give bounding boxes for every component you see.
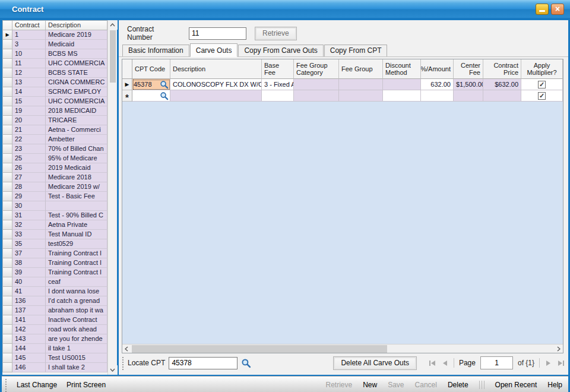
cpt-code-cell[interactable] — [132, 90, 170, 102]
new-action[interactable]: New — [363, 381, 377, 389]
contract-list-row[interactable]: 33 Test Manual ID — [2, 230, 107, 239]
contract-list-row[interactable]: 14 SCRMC EMPLOY — [2, 87, 107, 97]
cancel-action[interactable]: Cancel — [415, 381, 437, 389]
contract-number-input[interactable] — [189, 27, 246, 40]
col-header-description[interactable]: Description — [170, 59, 262, 79]
contract-list-row[interactable]: ▶ 1 Medicare 2019 — [2, 30, 107, 40]
contract-list-row[interactable]: 146 I shall take 2 — [2, 363, 107, 372]
previous-page-icon[interactable] — [441, 359, 449, 367]
contract-list-row[interactable]: 21 Aetna - Commerci — [2, 125, 107, 135]
contract-list-row[interactable]: 141 Inactive Contract — [2, 315, 107, 325]
col-header-pct-amount[interactable]: %/Amount — [421, 59, 454, 79]
col-header-center-fee[interactable]: Center Fee — [454, 59, 483, 79]
contract-list-row[interactable]: 11 UHC COMMERCIA — [2, 59, 107, 68]
pct-amount-cell[interactable] — [421, 90, 454, 102]
contract-list-row[interactable]: 15 UHC COMMERCIA — [2, 97, 107, 106]
print-screen-button[interactable]: Print Screen — [66, 381, 106, 389]
apply-multiplier-checkbox[interactable]: ✓ — [538, 81, 546, 88]
col-header-fee-group-category[interactable]: Fee Group Category — [294, 59, 339, 79]
close-button[interactable]: × — [551, 4, 564, 15]
grid-new-row[interactable]: * ✓ — [122, 90, 563, 102]
last-change-button[interactable]: Last Change — [17, 381, 57, 389]
scroll-left-icon[interactable] — [122, 345, 131, 353]
contract-list-row[interactable]: 29 Test - Basic Fee — [2, 192, 107, 201]
delete-all-carve-outs-button[interactable]: Delete All Carve Outs — [333, 356, 417, 370]
last-page-icon[interactable] — [557, 359, 565, 367]
tab-basic-information[interactable]: Basic Information — [122, 45, 189, 56]
col-header-base-fee[interactable]: Base Fee — [262, 59, 294, 79]
page-number-input[interactable] — [480, 356, 513, 369]
contract-list-row[interactable]: 12 BCBS STATE — [2, 68, 107, 78]
fee-group-cell[interactable] — [339, 79, 383, 90]
contract-list-row[interactable]: 10 BCBS MS — [2, 49, 107, 59]
contract-list-row[interactable]: 41 I dont wanna lose — [2, 287, 107, 296]
grid-horizontal-scrollbar[interactable] — [122, 344, 563, 353]
open-recent-action[interactable]: Open Recent — [495, 381, 537, 389]
tab-copy-from-carve-outs[interactable]: Copy From Carve Outs — [238, 45, 323, 56]
base-fee-cell[interactable] — [262, 90, 294, 102]
contract-list-row[interactable]: 39 Training Contract I — [2, 268, 107, 277]
contract-list-row[interactable]: 26 2019 Medicaid — [2, 163, 107, 173]
fee-group-category-cell[interactable] — [294, 79, 339, 90]
contract-list-row[interactable]: 35 test0529 — [2, 239, 107, 249]
help-action[interactable]: Help — [547, 381, 562, 389]
tab-copy-from-cpt[interactable]: Copy From CPT — [324, 45, 388, 56]
next-page-icon[interactable] — [544, 359, 552, 367]
description-cell[interactable]: COLONOSCOPY FLX DX W/C — [170, 79, 262, 90]
contract-list-row[interactable]: 19 2018 MEDICAID — [2, 106, 107, 116]
retrieve-button[interactable]: Retrieve — [255, 27, 297, 40]
discount-method-cell[interactable] — [383, 79, 421, 90]
tab-carve-outs[interactable]: Carve Outs — [190, 43, 238, 57]
first-page-icon[interactable] — [429, 359, 436, 367]
center-fee-cell[interactable]: $1,500.00 — [454, 79, 483, 90]
base-fee-cell[interactable]: 3 - Fixed Am — [262, 79, 294, 90]
apply-multiplier-checkbox[interactable]: ✓ — [538, 92, 546, 100]
col-header-cpt-code[interactable]: CPT Code — [132, 59, 170, 79]
minimize-button[interactable] — [536, 4, 549, 15]
contract-list-row[interactable]: 136 I'd catch a grenad — [2, 296, 107, 306]
cpt-lookup-icon[interactable] — [160, 80, 169, 89]
description-cell[interactable] — [170, 90, 262, 102]
contract-list-row[interactable]: 30 — [2, 201, 107, 211]
center-fee-cell[interactable] — [454, 90, 483, 102]
contract-list-row[interactable]: 137 abraham stop it wa — [2, 306, 107, 315]
contract-list-row[interactable]: 22 Ambetter — [2, 135, 107, 144]
save-action[interactable]: Save — [388, 381, 404, 389]
contract-list-row[interactable]: 20 TRICARE — [2, 116, 107, 125]
scrollbar-thumb[interactable] — [132, 345, 387, 353]
contract-list-row[interactable]: 27 Medicare 2018 — [2, 173, 107, 182]
contract-list-row[interactable]: 144 il take 1 — [2, 344, 107, 353]
contract-list-row[interactable]: 13 CIGNA COMMERC — [2, 78, 107, 87]
grid-row-1[interactable]: ▶ 45378 COLONOSCOPY FLX DX W/C 3 - Fixed… — [122, 79, 563, 90]
retrieve-action[interactable]: Retrieve — [325, 381, 352, 389]
discount-method-cell[interactable] — [383, 90, 421, 102]
contract-list-row[interactable]: 143 are you for zhende — [2, 334, 107, 344]
contract-price-cell[interactable]: $632.00 — [483, 79, 521, 90]
cpt-code-cell[interactable]: 45378 — [132, 79, 170, 90]
fee-group-category-cell[interactable] — [294, 90, 339, 102]
contract-list-row[interactable]: 3 Medicaid — [2, 40, 107, 49]
contract-list-row[interactable]: 142 road work ahead — [2, 325, 107, 334]
delete-action[interactable]: Delete — [448, 381, 468, 389]
locate-cpt-input[interactable] — [169, 357, 238, 369]
contract-list-row[interactable]: 37 Training Contract I — [2, 249, 107, 258]
contract-list-row[interactable]: 23 70% of Billed Chan — [2, 144, 107, 154]
col-header-discount-method[interactable]: Discount Method — [383, 59, 421, 79]
contract-list-row[interactable]: 40 ceaf — [2, 277, 107, 287]
locate-search-icon[interactable] — [241, 358, 251, 368]
contract-column-header[interactable]: Contract — [12, 20, 46, 30]
col-header-fee-group[interactable]: Fee Group — [339, 59, 383, 79]
contract-list-row[interactable]: 25 95% of Medicare — [2, 154, 107, 163]
cpt-lookup-icon[interactable] — [160, 91, 169, 100]
contract-list-row[interactable]: 31 Test - 90% Billed C — [2, 211, 107, 220]
panel-splitter[interactable] — [112, 20, 119, 375]
col-header-contract-price[interactable]: Contract Price — [483, 59, 521, 79]
col-header-apply-multiplier[interactable]: Apply Multiplier? — [521, 59, 563, 79]
contract-price-cell[interactable] — [483, 90, 521, 102]
fee-group-cell[interactable] — [339, 90, 383, 102]
description-column-header[interactable]: Description — [46, 20, 107, 30]
contract-list-row[interactable]: 145 Test US0015 — [2, 353, 107, 363]
scroll-right-icon[interactable] — [555, 345, 563, 353]
contract-list-row[interactable]: 32 Aetna Private — [2, 220, 107, 230]
contract-list-row[interactable]: 38 Training Contract I — [2, 258, 107, 268]
